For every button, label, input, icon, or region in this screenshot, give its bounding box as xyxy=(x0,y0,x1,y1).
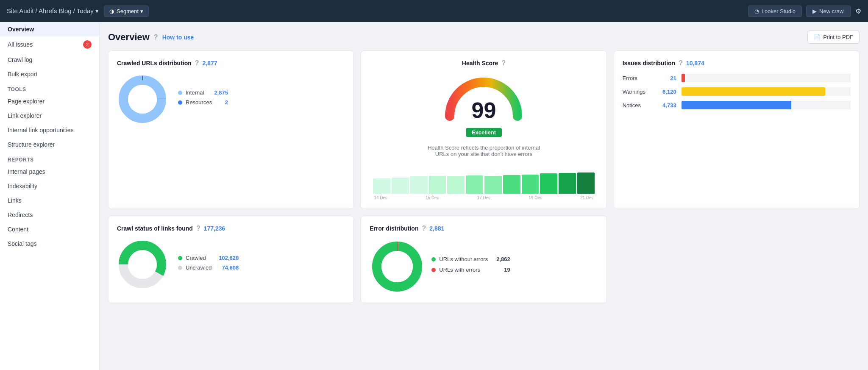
tools-section-label: Tools xyxy=(0,81,99,94)
sidebar-item-overview[interactable]: Overview xyxy=(0,22,99,36)
new-crawl-button[interactable]: ▶ New crawl xyxy=(806,6,851,17)
segment-button[interactable]: ◑ Segment ▾ xyxy=(104,6,149,17)
crawl-status-content: Crawled 102,628 Uncrawled 74,608 xyxy=(117,239,345,290)
looker-studio-button[interactable]: ◔ Looker Studio xyxy=(748,6,802,17)
svg-point-10 xyxy=(381,251,413,282)
issues-distribution-title: Issues distribution ? 10,874 xyxy=(623,59,851,67)
topnav-right: ◔ Looker Studio ▶ New crawl ⚙ xyxy=(748,6,861,17)
health-score-help-icon[interactable]: ? xyxy=(501,59,506,67)
issues-warnings-row: Warnings 6,120 xyxy=(623,87,851,96)
health-bar xyxy=(522,175,539,194)
sidebar-item-links[interactable]: Links xyxy=(0,193,99,208)
sidebar-item-redirects[interactable]: Redirects xyxy=(0,208,99,222)
health-bar xyxy=(540,173,557,194)
date-21dec: 21 Dec xyxy=(580,195,594,200)
health-bar xyxy=(577,172,595,194)
health-score-value: 99 xyxy=(472,99,496,121)
crawl-status-help-icon[interactable]: ? xyxy=(196,225,200,232)
sidebar-item-structure-explorer[interactable]: Structure explorer xyxy=(0,137,99,152)
date-17dec: 17 Dec xyxy=(477,195,491,200)
warnings-bar xyxy=(682,87,825,96)
legend-internal: Internal 2,875 xyxy=(178,89,228,96)
health-bar xyxy=(392,178,409,194)
health-bar xyxy=(429,176,446,194)
issues-rows: Errors 21 Warnings 6,120 xyxy=(623,74,851,109)
errors-bar-bg xyxy=(682,74,851,82)
crawled-urls-card: Crawled URLs distribution ? 2,877 xyxy=(108,50,354,209)
print-to-pdf-button[interactable]: 📄 Print to PDF xyxy=(807,31,860,44)
page-title-row: Overview ? How to use xyxy=(108,32,194,43)
svg-point-2 xyxy=(128,85,157,114)
warnings-bar-bg xyxy=(682,87,851,96)
app-layout: Overview All issues 2 Crawl log Bulk exp… xyxy=(0,22,868,370)
date-19dec: 19 Dec xyxy=(529,195,542,200)
resources-dot xyxy=(178,100,182,105)
legend-no-error: URLs without errors 2,862 xyxy=(431,256,510,262)
crawled-urls-title: Crawled URLs distribution ? 2,877 xyxy=(117,59,345,67)
main-content: Overview ? How to use 📄 Print to PDF Cra… xyxy=(100,22,868,370)
excellent-badge: Excellent xyxy=(466,128,502,137)
sidebar-item-page-explorer[interactable]: Page explorer xyxy=(0,94,99,108)
legend-crawled: Crawled 102,628 xyxy=(178,255,239,261)
crawled-urls-donut-chart xyxy=(117,74,168,125)
crawled-urls-legend: Internal 2,875 Resources 2 xyxy=(178,89,228,109)
date-15dec: 15 Dec xyxy=(426,195,439,200)
print-icon: 📄 xyxy=(814,34,821,40)
sidebar-item-bulk-export[interactable]: Bulk export xyxy=(0,67,99,81)
health-bar xyxy=(559,173,576,194)
crawled-urls-help-icon[interactable]: ? xyxy=(195,59,199,67)
issues-help-icon[interactable]: ? xyxy=(679,59,683,67)
health-bar xyxy=(503,175,520,194)
crawl-status-legend: Crawled 102,628 Uncrawled 74,608 xyxy=(178,255,239,274)
crawl-status-title: Crawl status of links found ? 177,236 xyxy=(117,225,345,232)
crawl-status-donut-chart xyxy=(117,239,168,290)
notices-bar xyxy=(682,101,792,109)
health-score-card: Health Score ? xyxy=(361,50,606,209)
crawl-status-card: Crawl status of links found ? 177,236 xyxy=(108,216,354,303)
health-score-title: Health Score ? xyxy=(370,59,598,67)
sidebar-item-all-issues[interactable]: All issues 2 xyxy=(0,36,99,53)
how-to-use-link[interactable]: How to use xyxy=(162,34,194,41)
health-bar xyxy=(373,178,390,194)
all-issues-badge: 2 xyxy=(83,40,92,49)
sidebar-item-internal-pages[interactable]: Internal pages xyxy=(0,164,99,179)
issues-notices-row: Notices 4,733 xyxy=(623,101,851,109)
crawled-urls-content: Internal 2,875 Resources 2 xyxy=(117,74,345,125)
date-14dec: 14 Dec xyxy=(374,195,387,200)
top-navigation: Site Audit / Ahrefs Blog / Today ▾ ◑ Seg… xyxy=(0,0,868,22)
internal-dot xyxy=(178,91,182,95)
sidebar: Overview All issues 2 Crawl log Bulk exp… xyxy=(0,22,100,370)
legend-resources: Resources 2 xyxy=(178,99,228,106)
sidebar-item-social-tags[interactable]: Social tags xyxy=(0,236,99,251)
health-bar xyxy=(466,175,483,194)
uncrawled-dot xyxy=(178,266,182,270)
error-dist-help-icon[interactable]: ? xyxy=(422,225,426,232)
error-distribution-content: URLs without errors 2,862 URLs with erro… xyxy=(370,239,598,294)
play-icon: ▶ xyxy=(812,8,817,14)
issues-errors-row: Errors 21 xyxy=(623,74,851,82)
breadcrumb[interactable]: Site Audit / Ahrefs Blog / Today ▾ xyxy=(7,7,99,15)
health-bar xyxy=(447,176,465,194)
page-title: Overview xyxy=(108,32,150,43)
errors-bar xyxy=(682,74,685,82)
sidebar-item-link-explorer[interactable]: Link explorer xyxy=(0,108,99,123)
sidebar-overview-label: Overview xyxy=(8,26,34,33)
health-bar xyxy=(484,176,502,194)
sidebar-item-indexability[interactable]: Indexability xyxy=(0,179,99,193)
settings-icon[interactable]: ⚙ xyxy=(855,7,861,15)
sidebar-item-internal-link-opportunities[interactable]: Internal link opportunities xyxy=(0,123,99,137)
health-gauge-container: 99 xyxy=(441,74,526,125)
segment-icon: ◑ xyxy=(109,8,114,14)
error-distribution-card: Error distribution ? 2,881 xyxy=(361,216,606,303)
sidebar-item-content[interactable]: Content xyxy=(0,222,99,236)
cards-grid: Crawled URLs distribution ? 2,877 xyxy=(108,50,860,303)
page-header: Overview ? How to use 📄 Print to PDF xyxy=(108,31,860,44)
overview-help-icon[interactable]: ? xyxy=(154,33,158,41)
sidebar-item-crawl-log[interactable]: Crawl log xyxy=(0,53,99,67)
legend-uncrawled: Uncrawled 74,608 xyxy=(178,264,239,271)
health-bar-chart: 14 Dec 15 Dec 17 Dec 19 Dec 21 Dec xyxy=(370,164,598,200)
crawled-dot xyxy=(178,256,182,260)
health-description: Health Score reflects the proportion of … xyxy=(424,145,543,157)
notices-bar-bg xyxy=(682,101,851,109)
sidebar-all-issues-label: All issues xyxy=(8,41,33,48)
